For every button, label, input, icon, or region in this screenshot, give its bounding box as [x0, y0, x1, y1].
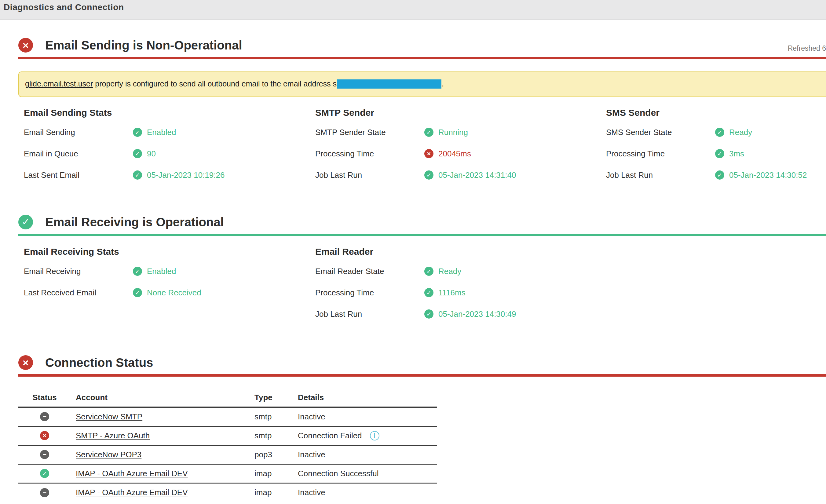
stat-row: Job Last Run ✓ 05-Jan-2023 14:30:52	[606, 164, 826, 186]
connection-status-title: Connection Status	[45, 356, 153, 370]
check-circle-icon: ✓	[715, 149, 724, 158]
stat-row: Email Sending ✓ Enabled	[24, 122, 315, 143]
account-link[interactable]: SMTP - Azure OAuth	[76, 431, 150, 440]
stat-label: Job Last Run	[606, 171, 715, 180]
stat-label: Job Last Run	[315, 171, 424, 180]
diagnostics-page: × Email Sending is Non-Operational Refre…	[0, 20, 826, 502]
minus-circle-icon: −	[40, 450, 49, 459]
check-circle-icon: ✓	[424, 128, 433, 137]
column-heading: Email Receiving Stats	[24, 246, 315, 257]
error-rule	[18, 374, 826, 377]
banner-suffix: .	[442, 79, 444, 88]
stat-row: SMTP Sender State ✓ Running	[315, 122, 606, 143]
account-type: smtp	[254, 407, 298, 426]
stat-value: 05-Jan-2023 14:30:52	[729, 171, 807, 180]
table-row: − ServiceNow POP3 pop3 Inactive	[18, 445, 437, 464]
check-circle-icon: ✓	[133, 128, 142, 137]
stat-row: Last Sent Email ✓ 05-Jan-2023 10:19:26	[24, 164, 315, 186]
page-header: Diagnostics and Connection	[0, 0, 826, 20]
stat-label: Processing Time	[606, 149, 715, 159]
check-circle-icon: ✓	[18, 215, 33, 230]
stat-label: Processing Time	[315, 288, 424, 298]
x-circle-icon: ×	[18, 38, 33, 53]
table-row: − ServiceNow SMTP smtp Inactive	[18, 407, 437, 426]
column-heading: Email Sending Stats	[24, 107, 315, 119]
stat-label: Last Received Email	[24, 288, 133, 298]
check-circle-icon: ✓	[424, 288, 433, 297]
account-column-header: Account	[71, 388, 254, 407]
connection-table: Status Account Type Details − ServiceNow…	[18, 388, 437, 502]
details-column-header: Details	[298, 388, 437, 407]
stat-label: Last Sent Email	[24, 171, 133, 180]
success-rule	[18, 234, 826, 236]
stat-label: Processing Time	[315, 149, 424, 159]
table-header-row: Status Account Type Details	[18, 388, 437, 407]
stat-row: Email Reader State ✓ Ready	[315, 261, 606, 282]
account-link[interactable]: ServiceNow POP3	[76, 450, 141, 459]
account-link[interactable]: ServiceNow SMTP	[76, 412, 142, 421]
table-row: × SMTP - Azure OAuth smtp Connection Fai…	[18, 426, 437, 445]
connection-details: Inactive	[298, 450, 325, 459]
warning-banner: glide.email.test.user property is config…	[18, 71, 826, 97]
connection-details: Connection Successful	[298, 469, 378, 478]
column-heading: SMTP Sender	[315, 107, 606, 119]
stat-row: Processing Time ✓ 1116ms	[315, 282, 606, 303]
section-email-sending: × Email Sending is Non-Operational Refre…	[18, 38, 826, 186]
column-heading: Email Reader	[315, 246, 606, 257]
stat-row: Job Last Run ✓ 05-Jan-2023 14:30:49	[315, 303, 606, 325]
stat-value: 05-Jan-2023 14:30:49	[438, 309, 516, 319]
stat-value: Ready	[438, 267, 461, 276]
banner-message: property is configured to send all outbo…	[93, 79, 337, 88]
stat-value: Enabled	[147, 267, 176, 276]
info-circle-icon[interactable]: i	[370, 431, 379, 440]
column-empty	[606, 246, 826, 325]
check-circle-icon: ✓	[133, 267, 142, 276]
connection-details: Connection Failed	[298, 431, 362, 440]
email-receiving-header: ✓ Email Receiving is Operational	[18, 215, 826, 230]
glide-email-test-user-link[interactable]: glide.email.test.user	[25, 79, 93, 88]
stat-value: 20045ms	[438, 149, 471, 159]
stat-row: Job Last Run ✓ 05-Jan-2023 14:31:40	[315, 164, 606, 186]
check-circle-icon: ✓	[715, 171, 724, 180]
error-rule	[18, 57, 826, 59]
check-circle-icon: ✓	[424, 309, 433, 319]
check-circle-icon: ✓	[133, 288, 142, 297]
column-smtp-sender: SMTP Sender SMTP Sender State ✓ Running …	[315, 107, 606, 186]
account-link[interactable]: IMAP - OAuth Azure Email DEV	[76, 488, 188, 497]
email-sending-title: Email Sending is Non-Operational	[45, 39, 242, 52]
x-circle-icon: ×	[18, 355, 33, 370]
email-receiving-stats-columns: Email Receiving Stats Email Receiving ✓ …	[24, 246, 826, 325]
x-circle-icon: ×	[424, 149, 433, 158]
stat-row: Email Receiving ✓ Enabled	[24, 261, 315, 282]
stat-value: 90	[147, 149, 156, 159]
email-sending-stats-columns: Email Sending Stats Email Sending ✓ Enab…	[24, 107, 826, 186]
stat-value: 05-Jan-2023 14:31:40	[438, 171, 516, 180]
check-circle-icon: ✓	[40, 469, 49, 478]
column-email-sending-stats: Email Sending Stats Email Sending ✓ Enab…	[24, 107, 315, 186]
table-row: − IMAP - OAuth Azure Email DEV imap Inac…	[18, 483, 437, 502]
connection-details: Inactive	[298, 488, 325, 497]
account-link[interactable]: IMAP - OAuth Azure Email DEV	[76, 469, 188, 478]
stat-row: SMS Sender State ✓ Ready	[606, 122, 826, 143]
stat-label: Email in Queue	[24, 149, 133, 159]
column-email-reader: Email Reader Email Reader State ✓ Ready …	[315, 246, 606, 325]
section-connection-status: × Connection Status Status Account Type …	[18, 355, 826, 502]
connection-details: Inactive	[298, 412, 325, 422]
type-column-header: Type	[254, 388, 298, 407]
stat-value: None Received	[147, 288, 201, 298]
stat-label: Email Receiving	[24, 267, 133, 276]
stat-value: Ready	[729, 128, 752, 137]
status-column-header: Status	[18, 388, 71, 407]
redacted-email	[337, 79, 441, 88]
x-circle-icon: ×	[40, 431, 49, 440]
column-sms-sender: SMS Sender SMS Sender State ✓ Ready Proc…	[606, 107, 826, 186]
section-email-receiving: ✓ Email Receiving is Operational Email R…	[18, 215, 826, 325]
stat-label: Email Reader State	[315, 267, 424, 276]
stat-value: Running	[438, 128, 468, 137]
connection-status-header: × Connection Status	[18, 355, 826, 370]
check-circle-icon: ✓	[424, 267, 433, 276]
check-circle-icon: ✓	[133, 171, 142, 180]
page-title: Diagnostics and Connection	[4, 2, 124, 12]
stat-label: Email Sending	[24, 128, 133, 137]
column-heading: SMS Sender	[606, 107, 826, 119]
